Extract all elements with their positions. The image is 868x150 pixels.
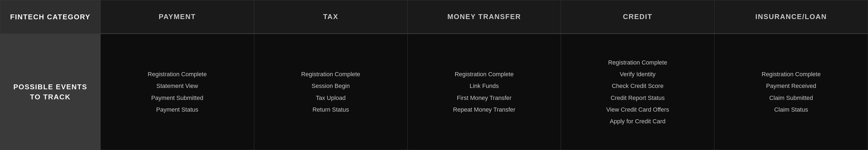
tax-events-cell: Registration CompleteSession BeginTax Up… (254, 34, 408, 150)
event-item: Check Credit Score (612, 81, 663, 91)
header-row: FINTECH CATEGORY PAYMENT TAX MONEY TRANS… (0, 0, 868, 34)
event-item: Registration Complete (608, 58, 667, 67)
payment-events-cell: Registration CompleteStatement ViewPayme… (101, 34, 254, 150)
event-item: Session Begin (312, 81, 350, 91)
body-row-label-line1: POSSIBLE EVENTS (13, 82, 87, 92)
body-row-label-line2: TO TRACK (30, 92, 71, 102)
event-item: Claim Submitted (769, 93, 813, 103)
event-item: Credit Report Status (611, 93, 664, 103)
insurance-header-label: INSURANCE/LOAN (755, 12, 827, 21)
header-money-transfer: MONEY TRANSFER (408, 0, 561, 33)
event-item: Link Funds (469, 81, 499, 91)
event-item: Payment Status (156, 105, 198, 114)
event-item: Payment Received (766, 81, 816, 91)
payment-header-label: PAYMENT (159, 12, 196, 21)
event-item: Return Status (312, 105, 349, 114)
money-transfer-header-label: MONEY TRANSFER (447, 12, 521, 21)
body-row: POSSIBLE EVENTS TO TRACK Registration Co… (0, 34, 868, 150)
body-row-label: POSSIBLE EVENTS TO TRACK (0, 34, 101, 150)
header-payment: PAYMENT (101, 0, 254, 33)
event-item: Payment Submitted (151, 93, 203, 103)
tax-header-label: TAX (323, 12, 338, 21)
event-item: View Credit Card Offers (606, 105, 669, 114)
header-credit: CREDIT (561, 0, 714, 33)
event-item: Verify Identity (620, 69, 656, 79)
main-table: FINTECH CATEGORY PAYMENT TAX MONEY TRANS… (0, 0, 868, 150)
event-item: Registration Complete (301, 69, 360, 79)
event-item: Registration Complete (148, 69, 207, 79)
insurance-events-cell: Registration CompletePayment ReceivedCla… (714, 34, 868, 150)
fintech-category-header-label: FINTECH CATEGORY (10, 13, 90, 21)
credit-header-label: CREDIT (623, 12, 652, 21)
header-insurance: INSURANCE/LOAN (714, 0, 868, 33)
credit-events-cell: Registration CompleteVerify IdentityChec… (561, 34, 714, 150)
event-item: Registration Complete (762, 69, 821, 79)
header-tax: TAX (254, 0, 408, 33)
event-item: Statement View (156, 81, 198, 91)
event-item: First Money Transfer (457, 93, 512, 103)
money-transfer-events-cell: Registration CompleteLink FundsFirst Mon… (408, 34, 561, 150)
event-item: Registration Complete (455, 69, 514, 79)
event-item: Apply for Credit Card (610, 117, 665, 126)
event-item: Tax Upload (316, 93, 346, 103)
header-fintech-category: FINTECH CATEGORY (0, 0, 101, 34)
event-item: Claim Status (774, 105, 808, 114)
event-item: Repeat Money Transfer (453, 105, 516, 114)
